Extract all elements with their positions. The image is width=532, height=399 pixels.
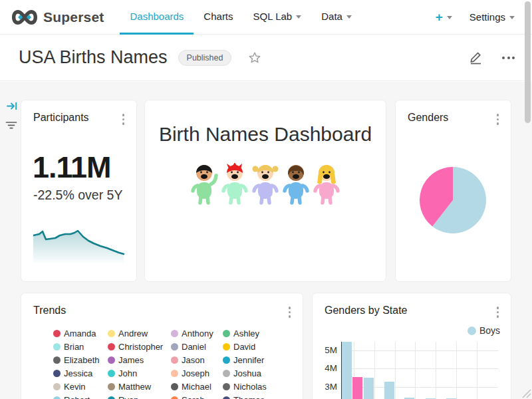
legend-label: Elizabeth [64, 355, 99, 365]
legend-swatch [223, 356, 230, 364]
published-badge[interactable]: Published [178, 50, 232, 66]
card-title: Trends [33, 305, 66, 317]
bar-boys[interactable] [342, 342, 352, 399]
dashboard-title: USA Births Names [19, 47, 168, 68]
legend-swatch [53, 330, 61, 337]
pencil-icon [468, 50, 483, 65]
plus-icon: + [436, 11, 443, 23]
nav-menu: DashboardsChartsSQL LabData [120, 0, 361, 35]
superset-logo[interactable]: Superset [11, 8, 104, 27]
nav-item-charts[interactable]: Charts [194, 0, 243, 35]
legend-item-nicholas[interactable]: Nicholas [223, 380, 297, 393]
card-genders: Genders [396, 100, 511, 281]
legend-swatch [53, 396, 61, 399]
new-item-button[interactable]: + [436, 11, 452, 23]
card-menu-kebab[interactable] [120, 112, 128, 127]
nav-item-label: SQL Lab [253, 11, 293, 22]
legend-swatch [108, 343, 115, 350]
card-genders-by-state: Genders by State Boys 5M4M3M [313, 293, 511, 399]
brand-name: Superset [43, 9, 104, 25]
legend-item-boys[interactable]: Boys [467, 325, 500, 336]
kid-blonde-long-pink [312, 163, 341, 205]
y-axis-tick: 4M [313, 363, 337, 373]
legend-swatch [467, 327, 476, 335]
legend-label: Boys [479, 325, 500, 336]
markdown-heading: Birth Names Dashboard [145, 123, 386, 146]
bar-boys[interactable] [384, 382, 394, 399]
card-title: Genders [408, 112, 448, 124]
bar-boys[interactable] [364, 378, 374, 399]
legend-item-james[interactable]: James [108, 353, 171, 366]
legend-item-daniel[interactable]: Daniel [171, 340, 223, 353]
legend-item-andrew[interactable]: Andrew [108, 327, 171, 340]
legend-item-david[interactable]: David [223, 340, 297, 353]
card-participants: Participants 1.11M -22.5% over 5Y [21, 100, 136, 281]
nav-item-sql-lab[interactable]: SQL Lab [243, 0, 312, 35]
nav-item-label: Data [321, 11, 342, 22]
legend-item-matthew[interactable]: Matthew [108, 380, 171, 393]
legend-item-anthony[interactable]: Anthony [171, 327, 223, 340]
legend-swatch [171, 383, 178, 390]
nav-item-data[interactable]: Data [311, 0, 362, 35]
legend-label: James [118, 355, 144, 365]
legend-swatch [53, 383, 61, 390]
legend-swatch [108, 396, 115, 399]
nav-item-dashboards[interactable]: Dashboards [120, 0, 194, 35]
gridline [342, 350, 498, 351]
legend-item-thomas[interactable]: Thomas [223, 393, 297, 399]
card-menu-kebab[interactable] [494, 305, 502, 320]
settings-menu[interactable]: Settings [469, 11, 515, 23]
legend-item-christopher[interactable]: Christopher [108, 340, 171, 353]
legend-item-robert[interactable]: Robert [53, 393, 108, 399]
legend-item-john[interactable]: John [108, 366, 171, 380]
page-scrollbar-thumb[interactable] [525, 1, 531, 123]
card-menu-kebab[interactable] [494, 112, 502, 127]
legend-swatch [223, 396, 230, 399]
kids-illustration [145, 163, 386, 205]
legend-item-michael[interactable]: Michael [171, 380, 223, 393]
legend-swatch [53, 356, 61, 364]
legend-item-jessica[interactable]: Jessica [53, 366, 108, 380]
filter-bar-funnel-button[interactable] [5, 120, 17, 132]
expand-filter-bar-button[interactable] [7, 101, 18, 114]
favorite-star-button[interactable] [247, 51, 262, 65]
chevron-down-icon [296, 15, 301, 19]
legend-item-ryan[interactable]: Ryan [108, 393, 171, 399]
nav-item-label: Dashboards [130, 11, 184, 22]
dashboard-more-menu[interactable] [501, 54, 516, 62]
legend-item-sarah[interactable]: Sarah [171, 393, 223, 399]
gridline [342, 368, 498, 369]
legend-swatch [108, 330, 115, 337]
star-icon [247, 51, 262, 65]
kid-red-hair-mint [220, 163, 249, 205]
bar-plot-area [341, 342, 497, 399]
legend-label: Daniel [182, 342, 206, 352]
legend-item-elizabeth[interactable]: Elizabeth [53, 353, 108, 366]
legend-label: Ryan [118, 395, 138, 399]
legend-item-amanda[interactable]: Amanda [53, 327, 108, 340]
legend-item-ashley[interactable]: Ashley [223, 327, 297, 340]
legend-item-joseph[interactable]: Joseph [171, 366, 223, 380]
card-menu-kebab[interactable] [286, 305, 294, 320]
kid-brown-hair-blue [281, 163, 311, 205]
arrow-right-to-bar-icon [7, 101, 18, 111]
legend-swatch [53, 343, 61, 350]
legend-label: Christopher [118, 342, 163, 352]
legend-item-jason[interactable]: Jason [171, 353, 223, 366]
legend-label: Kevin [64, 382, 86, 392]
legend-item-kevin[interactable]: Kevin [53, 380, 108, 393]
trendline-area [33, 231, 124, 263]
legend-item-brian[interactable]: Brian [53, 340, 108, 353]
superset-infinity-icon [11, 8, 39, 27]
edit-dashboard-button[interactable] [468, 50, 483, 65]
trends-legend: AmandaAndrewAnthonyAshleyBrianChristophe… [53, 327, 297, 399]
legend-item-jennifer[interactable]: Jennifer [223, 353, 297, 366]
legend-item-joshua[interactable]: Joshua [223, 366, 297, 380]
y-axis-tick: 5M [313, 345, 337, 355]
bar-girls[interactable] [352, 377, 362, 399]
filter-funnel-icon [5, 121, 17, 130]
legend-swatch [171, 370, 178, 377]
genders-pie-chart [418, 166, 487, 235]
card-trends: Trends AmandaAndrewAnthonyAshleyBrianChr… [21, 293, 303, 399]
resize-handle-icon[interactable] [521, 388, 531, 398]
